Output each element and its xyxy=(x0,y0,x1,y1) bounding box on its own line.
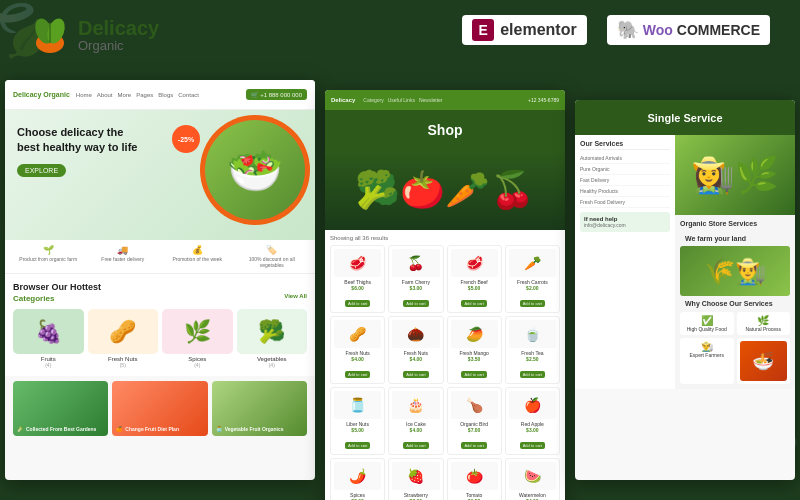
feature-discount: 🏷️ 100% discount on all vegetables xyxy=(237,245,308,268)
shop-item[interactable]: 🌶️ Spices $2.00 Add to cart xyxy=(330,458,385,500)
service-header: Single Service xyxy=(575,100,795,135)
shop-item[interactable]: 🫙 Liber Nuts $5.00 Add to cart xyxy=(330,387,385,455)
ss-nav-links: HomeAboutMorePagesBlogsContact xyxy=(76,92,199,98)
shop-results-count: Showing all 36 results xyxy=(330,235,560,241)
ss-nav: Delicacy Organic HomeAboutMorePagesBlogs… xyxy=(5,80,315,110)
screenshots-container: Delicacy Organic HomeAboutMorePagesBlogs… xyxy=(0,70,800,500)
farm-land-title: We farm your land xyxy=(680,231,790,244)
feature-delivery: 🚚 Free faster delivery xyxy=(88,245,159,268)
feature-promo: 💰 Promotion of the week xyxy=(162,245,233,268)
service-screenshot: Single Service Our Services Automated Ar… xyxy=(575,100,795,480)
brand-sub: Organic xyxy=(78,39,159,53)
why-choose-grid: ✅ High Quality Food 🌿 Natural Process 👨‍… xyxy=(680,312,790,384)
service-list-item[interactable]: Healthy Products xyxy=(580,186,670,197)
brand-logo[interactable]: Delicacy Organic xyxy=(30,15,159,55)
service-right-content: Organic Store Services We farm your land… xyxy=(675,215,795,389)
why-choose-title: Why Choose Our Services xyxy=(680,296,790,309)
discount-badge: -25% xyxy=(172,125,200,153)
hero-title: Choose delicacy the best healthy way to … xyxy=(17,125,147,156)
ss-hero: Choose delicacy the best healthy way to … xyxy=(5,110,315,240)
farm-image: 🌾👨‍🌾 xyxy=(680,246,790,296)
hero-button[interactable]: EXPLORE xyxy=(17,164,66,177)
shop-item[interactable]: 🍵 Fresh Tea $2.50 Add to cart xyxy=(505,316,560,384)
shop-content: Showing all 36 results 🥩 Beef Thighs $6.… xyxy=(325,230,565,500)
cat-vegetables[interactable]: 🥦 Vegetables (4) xyxy=(237,309,308,368)
shop-item[interactable]: 🍒 Farm Cherry $3.00 Add to cart xyxy=(388,245,443,313)
promo-organic[interactable]: 🫙 Vegetable Fruit Organics xyxy=(212,381,307,436)
service-left-panel: Our Services Automated Arrivals Pure Org… xyxy=(575,135,675,389)
cat-heading: Browser Our Hottest xyxy=(13,282,101,292)
shop-hero-image: 🥦🍅🥕🍒 xyxy=(325,150,565,230)
cat-fruits[interactable]: 🍇 Fruits (4) xyxy=(13,309,84,368)
service-right-panel: 👩‍🌾🌿 Organic Store Services We farm your… xyxy=(675,135,795,389)
shop-logo: Delicacy xyxy=(331,97,355,103)
contact-email[interactable]: info@delicacy.com xyxy=(584,222,666,228)
shop-nav: Delicacy Category Useful Links Newslette… xyxy=(325,90,565,110)
shop-item[interactable]: 🥩 Beef Thighs $6.00 Add to cart xyxy=(330,245,385,313)
shop-item[interactable]: 🎂 Ice Cake $4.00 Add to cart xyxy=(388,387,443,455)
ss-nav-cart: 🛒 +1 888 000 000 xyxy=(246,89,307,100)
shop-item[interactable]: 🥕 Fresh Carrots $2.00 Add to cart xyxy=(505,245,560,313)
service-list-item[interactable]: Automated Arrivals xyxy=(580,153,670,164)
brand-name: Delicacy xyxy=(78,17,159,39)
ss-categories: Browser Our Hottest Categories View All … xyxy=(5,274,315,376)
shop-item[interactable]: 🍓 Strawberry $3.00 Add to cart xyxy=(388,458,443,500)
contact-box: If need help info@delicacy.com xyxy=(580,212,670,232)
categories-grid: 🍇 Fruits (4) 🥜 Fresh Nuts (5) 🌿 Spices (… xyxy=(13,309,307,368)
shop-title-bar: Shop xyxy=(325,110,565,150)
shop-item[interactable]: 🥩 French Beef $5.00 Add to cart xyxy=(447,245,502,313)
shop-item[interactable]: 🍅 Tomato $1.50 Add to cart xyxy=(447,458,502,500)
hero-food-image xyxy=(200,115,310,225)
promo-grid: 🥬 Collected From Best Gardens 🍊 Change F… xyxy=(5,376,315,441)
service-farm-image: 👩‍🌾🌿 xyxy=(675,135,795,215)
why-food-img: 🍜 xyxy=(737,338,791,384)
cat-spices[interactable]: 🌿 Spices (4) xyxy=(162,309,233,368)
service-list-item[interactable]: Fresh Food Delivery xyxy=(580,197,670,208)
service-list-item[interactable]: Fast Delivery xyxy=(580,175,670,186)
shop-item[interactable]: 🍉 Watermelon $4.00 Add to cart xyxy=(505,458,560,500)
shop-item[interactable]: 🌰 Fresh Nuts $4.00 Add to cart xyxy=(388,316,443,384)
main-screenshot: Delicacy Organic HomeAboutMorePagesBlogs… xyxy=(5,80,315,480)
shop-products-grid: 🥩 Beef Thighs $6.00 Add to cart 🍒 Farm C… xyxy=(330,245,560,500)
shop-item[interactable]: 🥜 Fresh Nuts $4.00 Add to cart xyxy=(330,316,385,384)
cat-subtitle: Categories xyxy=(13,294,101,303)
why-quality: ✅ High Quality Food xyxy=(680,312,734,335)
our-services-title: Our Services xyxy=(580,140,670,150)
ss-features: 🌱 Product from organic farm 🚚 Free faste… xyxy=(5,240,315,274)
shop-screenshot: Delicacy Category Useful Links Newslette… xyxy=(325,90,565,500)
why-farmers: 👨‍🌾 Expert Farmers xyxy=(680,338,734,384)
shop-item[interactable]: 🥭 Fresh Mango $3.50 Add to cart xyxy=(447,316,502,384)
promo-gardens[interactable]: 🥬 Collected From Best Gardens xyxy=(13,381,108,436)
shop-item[interactable]: 🍗 Organic Bird $7.00 Add to cart xyxy=(447,387,502,455)
logo-text-group: Delicacy Organic xyxy=(78,17,159,53)
shop-item[interactable]: 🍎 Red Apple $3.00 Add to cart xyxy=(505,387,560,455)
service-content: Our Services Automated Arrivals Pure Org… xyxy=(575,135,795,389)
feature-organic: 🌱 Product from organic farm xyxy=(13,245,84,268)
header: Delicacy Organic xyxy=(0,0,800,70)
view-all-link[interactable]: View All xyxy=(284,293,307,299)
service-list-item[interactable]: Pure Organic xyxy=(580,164,670,175)
why-natural: 🌿 Natural Process xyxy=(737,312,791,335)
shop-phone: +12 345-6789 xyxy=(528,97,559,103)
organic-store-title: Organic Store Services xyxy=(680,220,790,227)
shop-nav-links: Category Useful Links Newsletter xyxy=(363,97,442,103)
promo-fruit[interactable]: 🍊 Change Fruit Diet Plan xyxy=(112,381,207,436)
cat-nuts[interactable]: 🥜 Fresh Nuts (5) xyxy=(88,309,159,368)
service-page-title: Single Service xyxy=(647,112,722,124)
logo-icon xyxy=(30,15,70,55)
shop-page-title: Shop xyxy=(428,122,463,138)
ss-nav-logo: Delicacy Organic xyxy=(13,91,70,98)
